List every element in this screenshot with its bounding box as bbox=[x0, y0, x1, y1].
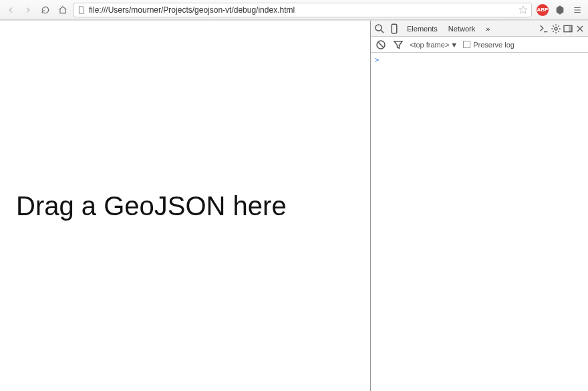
clear-console-icon[interactable] bbox=[375, 39, 387, 51]
devtools-tabbar: Elements Network » bbox=[371, 21, 588, 37]
drop-message: Drag a GeoJSON here bbox=[16, 191, 287, 221]
browser-toolbar: file:///Users/mourner/Projects/geojson-v… bbox=[0, 0, 588, 20]
extension-icon[interactable] bbox=[553, 3, 567, 17]
reload-button[interactable] bbox=[39, 3, 52, 17]
page-icon bbox=[77, 5, 86, 15]
frame-label: <top frame> bbox=[410, 41, 449, 49]
svg-rect-1 bbox=[392, 24, 397, 33]
menu-button[interactable] bbox=[571, 3, 584, 17]
tab-more[interactable]: » bbox=[482, 23, 494, 35]
settings-gear-icon[interactable] bbox=[551, 23, 561, 35]
address-bar[interactable]: file:///Users/mourner/Projects/geojson-v… bbox=[74, 3, 532, 17]
filter-icon[interactable] bbox=[392, 39, 404, 51]
bookmark-star-icon[interactable] bbox=[518, 5, 529, 15]
devtools-panel: Elements Network » bbox=[371, 21, 588, 391]
preserve-log-label: Preserve log bbox=[473, 41, 514, 49]
home-button[interactable] bbox=[56, 3, 69, 17]
svg-point-2 bbox=[555, 27, 557, 30]
device-mode-icon[interactable] bbox=[388, 23, 400, 35]
tab-network[interactable]: Network bbox=[444, 23, 479, 35]
console-prompt: > bbox=[375, 55, 380, 64]
console-toolbar: <top frame> ▼ Preserve log bbox=[371, 37, 588, 53]
chevron-down-icon: ▼ bbox=[450, 41, 458, 49]
console-drawer-icon[interactable] bbox=[539, 23, 549, 35]
svg-rect-4 bbox=[569, 25, 572, 31]
svg-point-0 bbox=[376, 25, 382, 31]
preserve-log-checkbox[interactable] bbox=[463, 41, 470, 48]
back-button[interactable] bbox=[4, 3, 17, 17]
dock-side-icon[interactable] bbox=[563, 23, 573, 35]
abp-extension-icon[interactable]: ABP bbox=[536, 3, 549, 17]
preserve-log-toggle[interactable]: Preserve log bbox=[463, 41, 514, 49]
address-text: file:///Users/mourner/Projects/geojson-v… bbox=[89, 5, 515, 15]
close-devtools-icon[interactable] bbox=[575, 23, 585, 35]
forward-button[interactable] bbox=[21, 3, 35, 17]
inspect-icon[interactable] bbox=[374, 23, 386, 35]
frame-selector[interactable]: <top frame> ▼ bbox=[410, 41, 458, 49]
tab-elements[interactable]: Elements bbox=[403, 23, 442, 35]
console-body[interactable]: > bbox=[371, 53, 588, 391]
main-area: Drag a GeoJSON here Elements Network » bbox=[0, 20, 588, 391]
page-content[interactable]: Drag a GeoJSON here bbox=[0, 21, 371, 391]
